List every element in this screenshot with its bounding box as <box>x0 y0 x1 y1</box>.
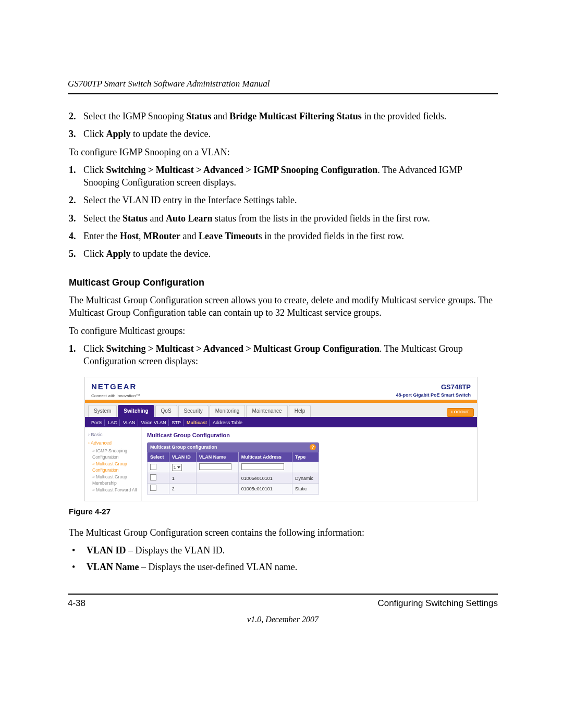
table-header-row: Select VLAN ID VLAN Name Multicast Addre… <box>148 452 319 462</box>
mg-step-1: 1. Click Switching > Multicast > Advance… <box>69 342 498 368</box>
sidebar-item-igmp[interactable]: » IGMP Snooping Configuration <box>87 448 139 460</box>
bold: Apply <box>106 129 131 139</box>
tab-switching[interactable]: Switching <box>118 405 154 417</box>
paragraph: To configure IGMP Snooping on a VLAN: <box>69 146 498 158</box>
text: – Displays the user-defined VLAN name. <box>139 562 298 572</box>
tab-help[interactable]: Help <box>289 405 311 417</box>
vlan-step-3: 3. Select the Status and Auto Learn stat… <box>69 212 498 225</box>
step-text: Click Switching > Multicast > Advanced >… <box>83 342 498 368</box>
screenshot-header: NETGEAR Connect with Innovation™ GS748TP… <box>85 377 477 401</box>
step-text: Click Apply to update the device. <box>83 248 498 260</box>
text: and <box>148 213 166 224</box>
col-vlan-id: VLAN ID <box>169 452 196 462</box>
vlan-name-input[interactable] <box>199 463 231 470</box>
step-2: 2. Select the IGMP Snooping Status and B… <box>69 110 498 122</box>
step-number: 2. <box>69 194 83 206</box>
step-text: Click Switching > Multicast > Advanced >… <box>83 164 498 189</box>
vlan-id-select[interactable]: 1 <box>172 464 182 471</box>
step-number: 3. <box>69 212 83 225</box>
text: , <box>139 231 143 241</box>
product-model: GS748TP <box>396 382 471 392</box>
running-header: GS700TP Smart Switch Software Administra… <box>68 78 498 94</box>
bullet-icon: • <box>69 544 87 557</box>
subnav-lag[interactable]: LAG <box>106 419 120 426</box>
section-heading: Multicast Group Configuration <box>69 276 498 289</box>
sidebar-item-mgmember[interactable]: » Multicast Group Membership <box>87 474 139 486</box>
editor-row: 1 <box>148 462 319 473</box>
sidebar-item-mgconfig[interactable]: » Multicast Group Configuration <box>87 461 139 473</box>
cell-vlan-id: 2 <box>169 484 196 494</box>
select-value: 1 <box>174 464 176 471</box>
subnav-vlan[interactable]: VLAN <box>121 419 138 426</box>
row-checkbox[interactable] <box>150 485 156 491</box>
vlan-step-2: 2. Select the VLAN ID entry in the Inter… <box>69 194 498 206</box>
step-number: 1. <box>69 342 83 368</box>
text: to update the device. <box>131 129 211 139</box>
subnav-voice-vlan[interactable]: Voice VLAN <box>139 419 169 426</box>
brand-block: NETGEAR Connect with Innovation™ <box>91 381 140 399</box>
vlan-step-4: 4. Enter the Host, MRouter and Leave Tim… <box>69 230 498 242</box>
sidebar-group-advanced[interactable]: › Advanced <box>87 439 139 447</box>
row-checkbox[interactable] <box>150 474 156 480</box>
subnav-multicast[interactable]: Multicast <box>185 419 210 426</box>
text: and <box>211 111 229 121</box>
text: – Displays the VLAN ID. <box>126 545 225 556</box>
page-number: 4-38 <box>68 598 85 610</box>
text: in the provided fields. <box>362 111 446 121</box>
list-text: VLAN Name – Displays the user-defined VL… <box>87 561 498 573</box>
device-screenshot: NETGEAR Connect with Innovation™ GS748TP… <box>84 377 478 501</box>
step-text: Click Apply to update the device. <box>83 128 498 140</box>
cell-mcast: 01005e010101 <box>238 484 292 494</box>
main-panel: Multicast Group Configuration Multicast … <box>142 427 477 501</box>
document-page: GS700TP Smart Switch Software Administra… <box>0 0 563 728</box>
cell-vlan-id: 1 <box>169 473 196 484</box>
col-type: Type <box>292 452 319 462</box>
bold: Switching > Multicast > Advanced > Multi… <box>106 343 380 354</box>
label: Multicast Group Configuration <box>92 461 127 472</box>
bold: Switching > Multicast > Advanced > IGMP … <box>106 165 378 175</box>
text: Click <box>83 249 106 259</box>
tab-qos[interactable]: QoS <box>155 405 177 417</box>
paragraph: The Multicast Group Configuration screen… <box>69 294 498 319</box>
tab-maintenance[interactable]: Maintenance <box>246 405 287 417</box>
step-number: 4. <box>69 230 83 242</box>
tab-security[interactable]: Security <box>178 405 209 417</box>
cell-vlan-name <box>196 473 238 484</box>
box-title: Multicast Group configuration <box>150 444 217 450</box>
primary-tabs: System Switching QoS Security Monitoring… <box>85 403 477 418</box>
text: s in the provided fields in the first ro… <box>259 231 404 241</box>
step-text: Select the Status and Auto Learn status … <box>83 212 498 225</box>
cell-type: Static <box>292 484 319 494</box>
cell-vlan-name <box>196 484 238 494</box>
label: Multicast Group Membership <box>92 474 127 485</box>
text: Click <box>83 165 106 175</box>
paragraph: To configure Multicast groups: <box>69 325 498 337</box>
select-all-checkbox[interactable] <box>150 464 156 470</box>
screenshot-body: › Basic › Advanced » IGMP Snooping Confi… <box>85 427 477 501</box>
text: Select the <box>83 213 123 224</box>
sidebar-group-basic[interactable]: › Basic <box>87 430 139 439</box>
sidebar: › Basic › Advanced » IGMP Snooping Confi… <box>85 427 142 501</box>
step-number: 5. <box>69 248 83 260</box>
subnav-stp[interactable]: STP <box>170 419 184 426</box>
bold: Status <box>186 111 211 121</box>
sidebar-item-mfa[interactable]: » Multicast Forward All <box>87 487 139 493</box>
subnav-ports[interactable]: Ports <box>89 419 105 426</box>
label: IGMP Snooping Configuration <box>92 448 127 459</box>
mcast-address-input[interactable] <box>241 463 284 470</box>
bold: Status <box>123 213 148 224</box>
step-text: Select the IGMP Snooping Status and Brid… <box>83 110 498 122</box>
tab-system[interactable]: System <box>88 405 117 417</box>
help-icon[interactable]: ? <box>310 444 316 450</box>
subnav-address-table[interactable]: Address Table <box>211 419 244 426</box>
tab-monitoring[interactable]: Monitoring <box>210 405 246 417</box>
panel-title: Multicast Group Configuration <box>147 431 472 439</box>
text: to update the device. <box>131 249 211 259</box>
text: Enter the <box>83 231 120 241</box>
text: and <box>180 231 199 241</box>
cell-type: Dynamic <box>292 473 319 484</box>
brand-tagline: Connect with Innovation™ <box>91 393 140 399</box>
vlan-step-5: 5. Click Apply to update the device. <box>69 248 498 260</box>
logout-button[interactable]: LOGOUT <box>447 408 474 417</box>
table-row: 1 01005e010101 Dynamic <box>148 473 319 484</box>
